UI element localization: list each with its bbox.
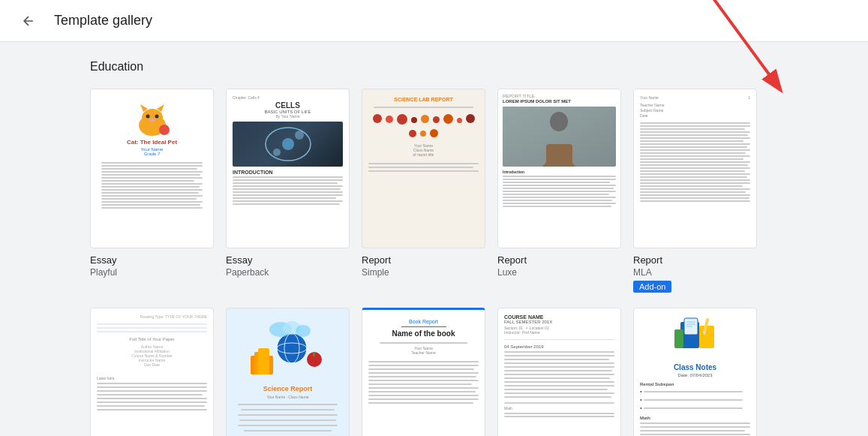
template-thumb-essay-playful[interactable]: Cat: The Ideal Pet Your NameGrade 7 [90,89,214,248]
science-report-title: Science Report [263,385,313,392]
luxe-photo [503,107,616,167]
report-luxe-subname: Luxe [497,267,517,278]
svg-rect-29 [699,326,714,348]
cell-svg [258,124,318,165]
report-simple-name: Report [362,254,391,266]
book-report-name: Name of the book [368,329,479,338]
course-name-label: COURSE NAME [504,314,614,320]
essay-playful-sub: Your NameGrade 7 [141,147,164,156]
svg-point-27 [296,325,311,337]
templates-row-2: Reading Type: TYPE OF YOUR THEME Full Ti… [90,308,778,436]
template-science-report[interactable]: Science Report Your Name · Class Name [226,308,350,436]
addon-badge-mla[interactable]: Add-on [633,281,671,293]
essay-paperback-subname: Paperback [226,267,269,278]
template-thumb-report-simple[interactable]: SCIENCE LAB REPORT Your [362,89,485,248]
svg-point-11 [273,149,281,156]
svg-point-20 [277,333,307,363]
app-header: Template gallery [0,0,868,42]
template-essay-paperback[interactable]: Chapter: Cells 4 CELLS BASIC UNITS OF LI… [226,89,350,293]
template-thumb-course-notes[interactable]: COURSE NAME FALL SEMESTER 201X Section: … [497,308,621,436]
page-title: Template gallery [54,13,152,29]
cells-image [233,122,343,167]
essay-playful-subname: Playful [90,267,117,278]
book-report-label: Book Report [368,319,479,324]
class-notes-title: Class Notes [674,363,716,371]
dot-pattern [368,114,479,137]
svg-point-4 [146,115,149,119]
class-notes-date: Date: 07/04/2023 [677,373,712,377]
template-thumb-essay-paperback[interactable]: Chapter: Cells 4 CELLS BASIC UNITS OF LI… [226,89,350,248]
person-silhouette [503,107,616,167]
class-notes-illustration [658,314,733,363]
svg-rect-14 [546,144,572,167]
section-education-title: Education [90,60,778,74]
template-thumb-report-luxe[interactable]: REPORT TITLE LOREM IPSUM DOLOR SIT MET [497,89,621,248]
report-simple-subname: Simple [362,267,389,278]
svg-rect-30 [674,329,683,348]
report-mla-subname: MLA [633,267,652,278]
essay-playful-title: Cat: The Ideal Pet [127,139,177,146]
intro-label: INTRODUCTION [233,170,343,175]
template-class-notes[interactable]: Class Notes Date: 07/04/2023 Rental Subs… [633,308,757,436]
essay-body-lines [101,161,203,210]
template-blank-lined[interactable]: Reading Type: TYPE OF YOUR THEME Full Ti… [90,308,214,436]
svg-point-7 [159,125,170,135]
template-thumb-report-mla[interactable]: Your Name 1 Teacher Name Subject Name Da… [633,89,757,248]
template-thumb-book-report[interactable]: Book Report Name of the book Your Name T… [362,308,485,436]
svg-point-13 [550,112,568,131]
templates-row-1: Cat: The Ideal Pet Your NameGrade 7 [90,89,778,293]
template-report-luxe[interactable]: REPORT TITLE LOREM IPSUM DOLOR SIT MET [497,89,621,293]
svg-point-1 [142,109,163,127]
science-illustration [243,314,333,382]
svg-rect-24 [313,352,315,356]
template-thumb-class-notes[interactable]: Class Notes Date: 07/04/2023 Rental Subs… [633,308,757,436]
svg-point-9 [282,138,294,150]
template-essay-playful[interactable]: Cat: The Ideal Pet Your NameGrade 7 [90,89,214,293]
course-semester: FALL SEMESTER 201X [504,320,614,324]
template-book-report[interactable]: Book Report Name of the book Your Name T… [362,308,485,436]
report-mla-name: Report [633,254,662,266]
essay-playful-name: Essay [90,254,116,266]
report-luxe-sub: LOREM IPSUM DOLOR SIT MET [503,99,616,104]
cat-illustration [130,101,175,139]
report-luxe-name: Report [497,254,527,266]
essay-paperback-name: Essay [226,254,252,266]
svg-point-6 [149,119,155,122]
template-thumb-science-report[interactable]: Science Report Your Name · Class Name [226,308,350,436]
report-simple-title: SCIENCE LAB REPORT [368,97,479,102]
template-report-simple[interactable]: SCIENCE LAB REPORT Your [362,89,485,293]
svg-point-10 [295,131,304,140]
template-report-mla[interactable]: Your Name 1 Teacher Name Subject Name Da… [633,89,757,293]
report-luxe-header: REPORT TITLE [503,94,616,98]
template-thumb-blank-lined[interactable]: Reading Type: TYPE OF YOUR THEME Full Ti… [90,308,214,436]
svg-point-5 [155,115,158,119]
cells-main: CELLS [233,101,343,110]
svg-rect-19 [258,348,269,374]
back-button[interactable] [15,8,42,35]
template-course-notes[interactable]: COURSE NAME FALL SEMESTER 201X Section: … [497,308,621,436]
main-content: Education [0,42,868,436]
